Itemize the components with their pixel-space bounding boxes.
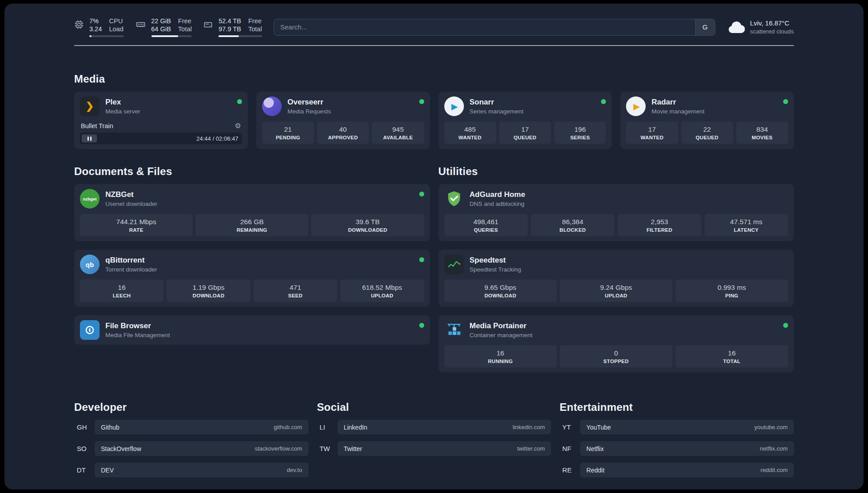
filebrowser-name: File Browser (105, 321, 413, 331)
bookmark-netflix[interactable]: NF Netflix netflix.com (559, 441, 794, 456)
speedtest-name: Speedtest (470, 255, 789, 265)
disk-free-value: 52.4 TB (218, 17, 241, 25)
portainer-card[interactable]: Media Portainer Container management 16 … (438, 315, 794, 372)
speedtest-desc: Speedtest Tracking (470, 266, 789, 274)
bookmark-twitter[interactable]: TW Twitter twitter.com (317, 441, 551, 456)
stat-tile: 266 GB REMAINING (196, 214, 308, 236)
cpu-metric: 7% 3.24 CPU Load (74, 17, 124, 37)
filebrowser-status-dot (419, 323, 424, 328)
bookmark-abbr: SO (74, 445, 95, 452)
bookmark-reddit[interactable]: RE Reddit reddit.com (559, 463, 794, 477)
adguard-shield-icon (444, 189, 464, 209)
plex-status-dot (237, 99, 242, 104)
stat-tile: 22 QUEUED (681, 121, 733, 144)
adguard-card[interactable]: AdGuard Home DNS and adblocking 498,461 … (438, 184, 794, 241)
speedtest-card[interactable]: Speedtest Speedtest Tracking 9.65 Gbps D… (438, 250, 794, 307)
overseerr-icon (262, 96, 282, 116)
media-section-title: Media (74, 73, 794, 85)
stat-tile: 40 APPROVED (317, 121, 369, 144)
search-input[interactable] (274, 19, 695, 35)
portainer-crane-icon (444, 320, 464, 340)
weather-widget: Lviv, 16.87°C scattered clouds (727, 19, 794, 35)
nzbget-desc: Usenet downloader (105, 200, 413, 208)
plex-icon: ❯ (80, 96, 100, 116)
now-playing-title: Bullet Train (81, 122, 113, 130)
cpu-load-value: 3.24 (89, 25, 102, 33)
bookmark-abbr: NF (559, 445, 580, 452)
search-bar: G (274, 19, 715, 36)
bookmark-abbr: DT (74, 466, 95, 474)
filebrowser-icon (80, 320, 100, 340)
nzbget-icon: nzbget (80, 189, 100, 209)
search-engine-button[interactable]: G (695, 19, 715, 35)
qbittorrent-card[interactable]: qb qBittorrent Torrent downloader 16 (74, 250, 430, 307)
speedtest-icon (444, 255, 464, 274)
radarr-icon: ▶ (626, 96, 646, 116)
section-developer: Developer GH Github github.com SO StackO… (74, 401, 309, 477)
portainer-desc: Container management (470, 331, 778, 339)
radarr-card[interactable]: ▶ Radarr Movie management 17 WANTED (620, 92, 794, 149)
bookmark-abbr: RE (559, 466, 580, 474)
utilities-section-title: Utilities (438, 165, 794, 178)
stat-tile: 485 WANTED (444, 121, 496, 144)
nzbget-card[interactable]: nzbget NZBGet Usenet downloader 744.21 M… (74, 184, 430, 241)
cpu-usage-bar (89, 35, 124, 37)
overseerr-status-dot (419, 99, 424, 104)
plex-card[interactable]: ❯ Plex Media server Bullet Train ⚙ (74, 92, 248, 149)
overseerr-card[interactable]: Overseerr Media Requests 21 PENDING 40 A… (256, 92, 430, 149)
plex-name: Plex (105, 97, 231, 107)
disk-total-value: 97.9 TB (218, 25, 241, 33)
stat-tile: 21 PENDING (262, 121, 314, 144)
weather-condition: scattered clouds (750, 28, 794, 36)
stat-tile: 0 STOPPED (560, 345, 672, 368)
section-entertainment: Entertainment YT YouTube youtube.com NF … (559, 401, 794, 477)
developer-section-title: Developer (74, 401, 309, 414)
stat-tile: 2,953 FILTERED (618, 214, 701, 236)
stat-tile: 834 MOVIES (736, 121, 788, 144)
bookmark-youtube[interactable]: YT YouTube youtube.com (559, 420, 794, 435)
stat-tile: 9.24 Gbps UPLOAD (560, 280, 672, 302)
cpu-icon (74, 20, 84, 29)
bookmark-stackoverflow[interactable]: SO StackOverflow stackoverflow.com (74, 441, 309, 456)
sonarr-card[interactable]: ▶ Sonarr Series management 485 WANTED (438, 92, 612, 149)
overseerr-name: Overseerr (288, 97, 413, 107)
filebrowser-card[interactable]: File Browser Media File Management (74, 315, 430, 345)
qbittorrent-status-dot (419, 257, 424, 262)
entertainment-section-title: Entertainment (559, 401, 794, 414)
stat-tile: 196 SERIES (554, 121, 606, 144)
stat-tile: 17 WANTED (626, 121, 678, 144)
player-settings-icon[interactable]: ⚙ (234, 121, 241, 130)
nzbget-status-dot (419, 192, 424, 196)
stat-tile: 16 RUNNING (444, 345, 557, 368)
stat-tile: 16 LEECH (80, 280, 163, 302)
plex-desc: Media server (105, 108, 231, 116)
stat-tile: 744.21 Mbps RATE (80, 214, 192, 236)
stat-tile: 1.19 Gbps DOWNLOAD (167, 280, 250, 302)
stat-tile: 945 AVAILABLE (372, 121, 424, 144)
bookmark-github[interactable]: GH Github github.com (74, 420, 309, 435)
section-media: Media ❯ Plex Media server Bullet Tr (74, 73, 794, 149)
radarr-status-dot (783, 99, 788, 104)
cloud-icon (727, 21, 745, 33)
pause-button[interactable] (82, 134, 97, 142)
qbittorrent-desc: Torrent downloader (105, 266, 413, 274)
disk-metric: 52.4 TB 97.9 TB Free Total (203, 17, 262, 37)
stat-tile: 16 TOTAL (676, 345, 788, 368)
stat-tile: 17 QUEUED (499, 121, 551, 144)
ram-metric: 22 GiB 64 GiB Free Total (135, 17, 192, 37)
documents-section-title: Documents & Files (74, 165, 430, 178)
disk-total-label: Total (248, 25, 262, 33)
ram-icon (135, 20, 146, 29)
stat-tile: 47.571 ms LATENCY (705, 214, 788, 236)
ram-usage-bar (151, 35, 192, 37)
weather-location: Lviv, 16.87°C (750, 19, 794, 28)
sonarr-desc: Series management (470, 108, 596, 116)
topbar-divider (74, 45, 794, 46)
bookmark-abbr: GH (74, 423, 95, 431)
ram-total-label: Total (178, 25, 192, 33)
stat-tile: 618.52 Mbps UPLOAD (340, 280, 424, 302)
bookmark-dev[interactable]: DT DEV dev.to (74, 463, 309, 477)
section-social: Social LI LinkedIn linkedin.com TW Twitt… (317, 401, 551, 477)
bookmark-linkedin[interactable]: LI LinkedIn linkedin.com (317, 420, 551, 435)
player-controls: 24:44 / 02:06:47 (80, 133, 242, 144)
